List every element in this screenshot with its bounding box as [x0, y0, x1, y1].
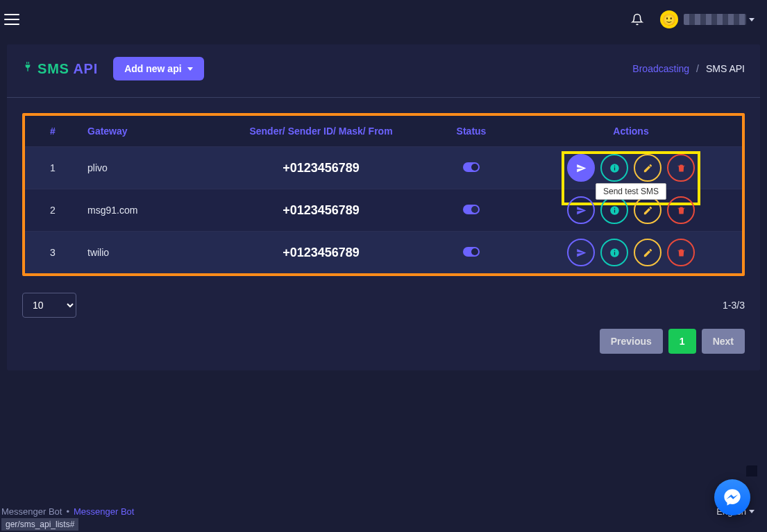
info-button[interactable] — [600, 239, 628, 266]
cell-gateway: plivo — [81, 147, 219, 189]
chevron-down-icon — [749, 510, 755, 513]
status-toggle[interactable] — [463, 205, 480, 214]
svg-point-6 — [471, 206, 478, 213]
table-row: 3 twilio +0123456789 — [25, 232, 742, 274]
status-toggle[interactable] — [463, 247, 480, 257]
edit-button[interactable] — [634, 239, 661, 266]
page-title: SMS API — [37, 61, 98, 77]
delete-button[interactable] — [667, 239, 695, 266]
next-button[interactable]: Next — [702, 329, 745, 354]
delete-button[interactable] — [667, 154, 695, 182]
svg-rect-3 — [614, 167, 614, 170]
svg-rect-4 — [614, 165, 614, 166]
col-idx[interactable]: # — [25, 116, 81, 147]
cell-gateway: msg91.com — [81, 189, 219, 232]
breadcrumb-current: SMS API — [706, 63, 745, 74]
page-1-button[interactable]: 1 — [668, 329, 696, 354]
footer: Messenger Bot • Messenger Bot English ge… — [0, 502, 767, 532]
svg-point-11 — [471, 248, 478, 255]
range-info: 1-3/3 — [723, 300, 745, 311]
col-actions[interactable]: Actions — [520, 116, 742, 147]
below-table-row: 10 1-3/3 — [7, 283, 760, 322]
user-menu[interactable]: 🙂 — [660, 10, 755, 28]
cell-sender: +0123456789 — [219, 189, 423, 232]
send-test-sms-button[interactable] — [567, 196, 595, 224]
username-redacted — [684, 14, 746, 25]
info-button[interactable] — [600, 154, 628, 182]
breadcrumb-sep: / — [696, 63, 699, 74]
cell-sender: +0123456789 — [219, 147, 423, 189]
svg-rect-14 — [614, 250, 614, 250]
card-header: SMS API Add new api Broadcasting / SMS A… — [7, 44, 760, 98]
main-card: SMS API Add new api Broadcasting / SMS A… — [7, 44, 760, 370]
chevron-down-icon — [187, 67, 193, 71]
page-title-green: SMS — [37, 61, 69, 76]
page-corner-decor — [746, 465, 757, 477]
col-status[interactable]: Status — [423, 116, 520, 147]
footer-dot: • — [66, 506, 69, 517]
prev-button[interactable]: Previous — [600, 329, 663, 354]
send-test-sms-button[interactable] — [567, 239, 595, 266]
page-title-purple: API — [73, 61, 98, 76]
col-gateway[interactable]: Gateway — [81, 116, 219, 147]
status-bar-url: ger/sms_api_lists# — [1, 518, 78, 531]
col-sender[interactable]: Sender/ Sender ID/ Mask/ From — [219, 116, 423, 147]
svg-point-1 — [471, 164, 478, 171]
cell-actions: Send test SMS — [520, 147, 742, 189]
cell-actions — [520, 232, 742, 274]
cell-sender: +0123456789 — [219, 232, 423, 274]
plug-icon — [22, 61, 33, 76]
footer-link[interactable]: Messenger Bot — [74, 506, 134, 517]
cell-status — [423, 232, 520, 274]
svg-rect-13 — [614, 252, 614, 255]
edit-button[interactable] — [634, 196, 661, 224]
svg-rect-8 — [614, 209, 614, 212]
bell-icon[interactable] — [631, 13, 643, 26]
chevron-down-icon — [749, 18, 755, 22]
table-highlight-outline: # Gateway Sender/ Sender ID/ Mask/ From … — [22, 113, 745, 276]
page-size-select[interactable]: 10 — [22, 293, 76, 318]
messenger-chat-button[interactable] — [714, 479, 750, 515]
svg-rect-9 — [614, 207, 614, 208]
cell-gateway: twilio — [81, 232, 219, 274]
status-toggle[interactable] — [463, 162, 480, 172]
send-test-sms-button[interactable] — [567, 154, 595, 182]
cell-idx: 2 — [25, 189, 81, 232]
cell-status — [423, 147, 520, 189]
info-button[interactable] — [600, 196, 628, 224]
edit-button[interactable] — [634, 154, 661, 182]
breadcrumb-parent[interactable]: Broadcasting — [632, 63, 689, 74]
delete-button[interactable] — [667, 196, 695, 224]
cell-status — [423, 189, 520, 232]
hamburger-menu-icon[interactable] — [4, 14, 19, 25]
pagination: Previous 1 Next — [7, 322, 760, 370]
breadcrumb: Broadcasting / SMS API — [632, 63, 745, 74]
cell-idx: 1 — [25, 147, 81, 189]
avatar: 🙂 — [660, 10, 678, 28]
topbar: 🙂 — [0, 0, 767, 39]
table-row: 1 plivo +0123456789 — [25, 147, 742, 189]
cell-idx: 3 — [25, 232, 81, 274]
footer-text: Messenger Bot — [1, 506, 62, 517]
add-new-api-label: Add new api — [124, 63, 181, 74]
send-test-sms-tooltip: Send test SMS — [596, 183, 666, 200]
add-new-api-button[interactable]: Add new api — [113, 57, 203, 80]
sms-api-table: # Gateway Sender/ Sender ID/ Mask/ From … — [25, 116, 742, 273]
